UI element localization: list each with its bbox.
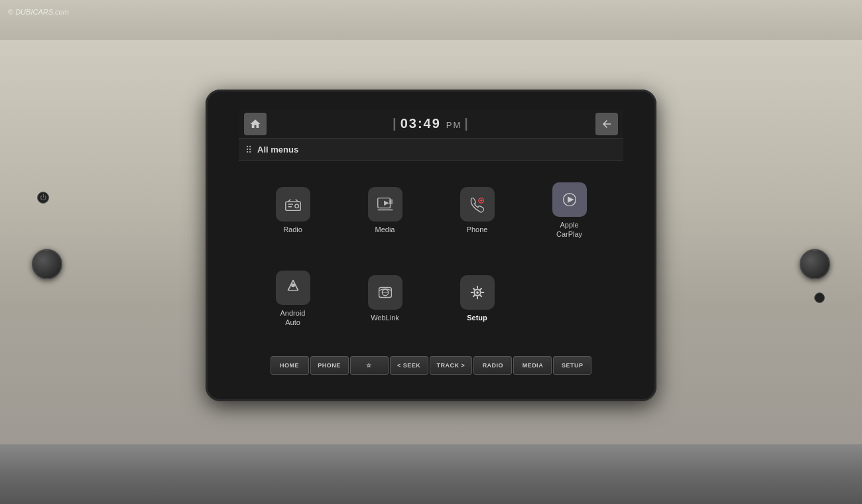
media-icon-bg — [368, 187, 402, 221]
android-auto-label: Android Auto — [280, 309, 306, 326]
svg-point-16 — [291, 284, 295, 288]
left-volume-knob[interactable] — [32, 249, 62, 279]
physical-media-button[interactable]: MEDIA — [513, 356, 552, 375]
right-tune-knob[interactable] — [800, 249, 830, 279]
menu-bar: ⠿ All menus — [239, 139, 623, 161]
app-phone[interactable]: Phone — [434, 169, 521, 252]
svg-marker-7 — [384, 200, 389, 206]
physical-radio-button[interactable]: RADIO — [473, 356, 512, 375]
physical-buttons-row: HOME PHONE ☆ < SEEK TRACK > RADIO MEDIA … — [206, 356, 656, 375]
carplay-label: Apple CarPlay — [556, 221, 582, 238]
physical-favorite-button[interactable]: ☆ — [350, 356, 389, 375]
setup-label: Setup — [467, 314, 487, 322]
menu-title: All menus — [257, 145, 298, 155]
app-apple-carplay[interactable]: Apple CarPlay — [526, 169, 613, 252]
small-right-button[interactable] — [814, 292, 825, 303]
radio-label: Radio — [283, 225, 302, 234]
svg-marker-14 — [568, 197, 574, 203]
svg-rect-9 — [389, 199, 393, 204]
weblink-icon-bg — [368, 275, 402, 310]
dash-bottom-trim — [0, 444, 862, 504]
app-media[interactable]: Media — [341, 169, 428, 252]
watermark: © DUBICARS.com — [8, 8, 69, 16]
physical-seek-back-button[interactable]: < SEEK — [390, 356, 428, 375]
weblink-label: WebLink — [371, 314, 399, 322]
time-separator-right: | — [464, 116, 469, 131]
clock-time: 03:49 — [400, 116, 441, 131]
apps-grid: Radio Media — [239, 161, 623, 348]
app-weblink[interactable]: WebLink — [341, 257, 428, 340]
carplay-icon-bg — [552, 182, 587, 217]
screen-bezel: | 03:49 PM | ⠿ All menus — [206, 90, 656, 401]
svg-point-21 — [476, 291, 479, 294]
setup-icon-bg — [460, 275, 495, 310]
time-separator-left: | — [393, 116, 398, 131]
clock-ampm: PM — [446, 120, 462, 130]
physical-setup-button[interactable]: SETUP — [553, 356, 591, 375]
home-screen-button[interactable] — [244, 113, 267, 135]
time-display: | 03:49 PM | — [393, 116, 469, 131]
top-bar: | 03:49 PM | — [239, 109, 623, 139]
app-android-auto[interactable]: Android Auto — [249, 257, 336, 340]
back-button[interactable] — [595, 113, 618, 135]
power-button[interactable]: ⏻ — [37, 192, 49, 204]
android-icon-bg — [276, 271, 310, 305]
lcd-screen: | 03:49 PM | ⠿ All menus — [239, 109, 623, 348]
empty-slot — [526, 257, 613, 340]
physical-track-fwd-button[interactable]: TRACK > — [430, 356, 473, 375]
car-panel: © DUBICARS.com ⏻ | 03:49 PM | — [0, 0, 862, 504]
phone-icon-bg — [460, 187, 495, 221]
phone-label: Phone — [467, 225, 488, 234]
physical-phone-button[interactable]: PHONE — [310, 356, 349, 375]
physical-home-button[interactable]: HOME — [271, 356, 309, 375]
media-label: Media — [375, 225, 395, 234]
grid-icon: ⠿ — [245, 145, 252, 155]
radio-icon-bg — [276, 187, 310, 221]
dash-top-trim — [0, 0, 862, 40]
app-setup[interactable]: Setup — [434, 257, 521, 340]
app-radio[interactable]: Radio — [249, 169, 336, 252]
svg-point-1 — [294, 204, 298, 208]
